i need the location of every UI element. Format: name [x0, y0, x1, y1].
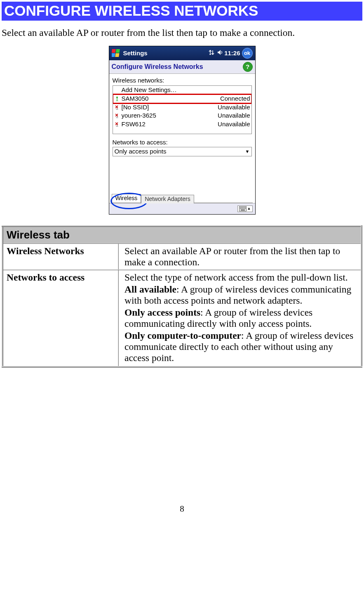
clock-text: 11:26: [224, 50, 240, 57]
tab-label: Wireless: [115, 195, 138, 201]
svg-rect-1: [115, 49, 120, 53]
select-value: Only access points: [115, 148, 245, 155]
page-number: 8: [2, 504, 362, 514]
svg-rect-13: [242, 208, 243, 209]
svg-rect-9: [244, 207, 244, 208]
table-row: Wireless Networks Select an available AP…: [2, 243, 362, 270]
wireless-list[interactable]: Add New Settings… SAM3050 Connected [No …: [113, 85, 252, 134]
list-item-status: Unavailable: [218, 121, 250, 128]
volume-icon[interactable]: [217, 49, 223, 57]
list-item-connected[interactable]: SAM3050 Connected: [113, 94, 251, 103]
table-cell-label: Networks to access: [2, 270, 118, 367]
table-cell-desc: Select the type of network access from t…: [118, 270, 362, 367]
svg-rect-8: [242, 207, 243, 208]
pda-bottombar: ▲: [109, 203, 255, 214]
table-header: Wireless tab: [2, 226, 362, 243]
wireless-networks-label: Wireless networks:: [113, 77, 252, 84]
svg-rect-11: [240, 208, 241, 209]
svg-rect-15: [245, 208, 246, 209]
ok-button[interactable]: ok: [242, 48, 253, 59]
tab-wireless[interactable]: Wireless: [112, 194, 141, 203]
desc-line: Only access points: A group of wireless …: [124, 307, 357, 329]
table-cell-label: Wireless Networks: [2, 243, 118, 270]
svg-rect-2: [112, 53, 115, 57]
tab-network-adapters[interactable]: Network Adapters: [141, 195, 194, 203]
pda-subheader: Configure Wireless Networks ?: [109, 60, 255, 74]
pda-topbar: Settings 11:26 ok: [109, 46, 255, 60]
table-row: Networks to access Select the type of ne…: [2, 270, 362, 367]
intro-text: Select an available AP or router from th…: [2, 27, 362, 38]
chevron-up-icon: ▲: [247, 207, 251, 211]
wireless-tab-table: Wireless tab Wireless Networks Select an…: [2, 225, 362, 368]
pda-body: Wireless networks: Add New Settings… SAM…: [109, 74, 255, 191]
list-item-label: youren-3625: [122, 112, 218, 119]
networks-access-select[interactable]: Only access points ▼: [113, 147, 252, 156]
tab-bar: Wireless Network Adapters: [109, 191, 255, 203]
list-item-label: Add New Settings…: [122, 87, 250, 94]
list-item[interactable]: FSW612 Unavailable: [113, 120, 251, 129]
list-item-status: Unavailable: [218, 112, 250, 119]
antenna-unavailable-icon: [114, 113, 120, 118]
screenshot-figure: Settings 11:26 ok Configure Wireless Net…: [2, 46, 362, 215]
list-item-status: Connected: [220, 95, 250, 102]
help-icon[interactable]: ?: [243, 62, 253, 72]
list-item-label: FSW612: [122, 121, 218, 128]
pda-app-title: Settings: [123, 50, 148, 57]
page-title: CONFIGURE WIRELESS NETWORKS: [2, 2, 362, 21]
antenna-unavailable-icon: [114, 121, 120, 127]
svg-rect-10: [245, 207, 246, 208]
svg-rect-12: [241, 208, 242, 209]
pda-screen: Settings 11:26 ok Configure Wireless Net…: [109, 46, 256, 215]
list-item-label: SAM3050: [122, 95, 220, 102]
blank-icon: [114, 87, 120, 93]
list-item[interactable]: [No SSID] Unavailable: [113, 103, 251, 112]
desc-line: Only computer-to-computer: A group of wi…: [124, 330, 357, 364]
keyboard-button[interactable]: ▲: [237, 205, 253, 212]
desc-line: Select the type of network access from t…: [124, 272, 357, 283]
networks-access-label: Networks to access:: [113, 139, 252, 146]
desc-line: All available: A group of wireless devic…: [124, 284, 357, 306]
keyboard-icon: [239, 206, 247, 211]
list-item-add[interactable]: Add New Settings…: [113, 86, 251, 95]
svg-rect-3: [115, 53, 119, 57]
svg-rect-6: [240, 207, 241, 208]
svg-rect-16: [241, 210, 245, 210]
chevron-down-icon: ▼: [245, 149, 250, 154]
tab-label: Network Adapters: [145, 196, 190, 202]
list-item[interactable]: youren-3625 Unavailable: [113, 111, 251, 120]
list-item-status: Unavailable: [218, 104, 250, 111]
antenna-ok-icon: [114, 96, 120, 102]
svg-rect-14: [244, 208, 244, 209]
svg-rect-0: [112, 49, 116, 53]
table-cell-desc: Select an available AP or router from th…: [118, 243, 362, 270]
windows-flag-icon: [112, 49, 121, 58]
connectivity-icon[interactable]: [208, 49, 215, 57]
subheader-title: Configure Wireless Networks: [112, 63, 243, 71]
antenna-unavailable-icon: [114, 104, 120, 110]
list-item-label: [No SSID]: [122, 104, 218, 111]
svg-rect-7: [241, 207, 242, 208]
